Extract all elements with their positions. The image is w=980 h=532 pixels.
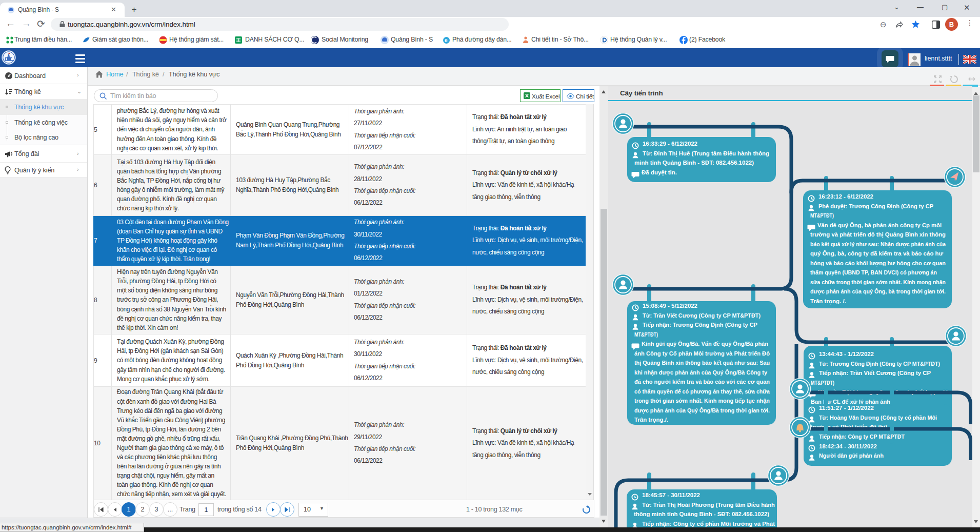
svg-text:Vấn đề quý Ông, bà phản ánh cô: Vấn đề quý Ông, bà phản ánh công ty Cp m…	[817, 222, 942, 228]
svg-text:16:33:29 - 6/12/2022: 16:33:29 - 6/12/2022	[643, 141, 697, 147]
svg-text:13:44:43 - 1/12/2022: 13:44:43 - 1/12/2022	[819, 351, 874, 357]
svg-text:Ban Dự CL để xử lý phản ánh: Ban Dự CL để xử lý phản ánh	[811, 399, 890, 405]
svg-text:Trân trọng. /.: Trân trọng. /.	[810, 298, 846, 305]
svg-text:Phê duyệt: Trương Công Định (C: Phê duyệt: Trương Công Định (Công ty CP	[818, 203, 933, 210]
svg-text:được phản ánh của quý Ông, bà: được phản ánh của quý Ông, bà trong thời…	[810, 288, 946, 295]
svg-text:được phản ánh của Quý Ông/Bà t: được phản ánh của Quý Ông/Bà trong thời …	[634, 407, 770, 414]
svg-text:thông minh tỉnh Quảng Bình - S: thông minh tỉnh Quảng Bình - SĐT: 082.45…	[634, 511, 769, 517]
svg-text:11:51:27 - 1/12/2022: 11:51:27 - 1/12/2022	[819, 405, 874, 411]
svg-text:18:45:57 - 30/11/2022: 18:45:57 - 30/11/2022	[642, 492, 700, 498]
svg-text:đã cho người kiểm tra và báo c: đã cho người kiểm tra và báo cáo với các…	[634, 379, 770, 385]
svg-text:trường và phát triển đô thị Qu: trường và phát triển đô thị Quảng Bình x…	[810, 231, 946, 238]
svg-text:Tiếp nhận: Công ty cổ phần Môi: Tiếp nhận: Công ty cổ phần Môi trường và…	[642, 521, 775, 527]
svg-text:Trân trọng./.: Trân trọng./.	[634, 417, 668, 423]
svg-text:hỏng và báo cáo khối lượng hư: hỏng và báo cáo khối lượng hư hỏng cho c…	[810, 260, 946, 267]
svg-text:MT&PTĐT): MT&PTĐT)	[634, 331, 658, 338]
svg-text:quý Ông, bà, công ty đã kiểm t: quý Ông, bà, công ty đã kiểm tra và báo …	[810, 250, 944, 257]
svg-text:MT&PTĐT): MT&PTĐT)	[810, 212, 834, 219]
svg-text:Từ: Hoàng Văn Dương (Công ty c: Từ: Hoàng Văn Dương (Công ty cổ phần Môi	[819, 415, 937, 421]
svg-text:Người dân gửi phản ánh: Người dân gửi phản ánh	[819, 452, 884, 459]
svg-text:18:42:34 - 30/11/2022: 18:42:34 - 30/11/2022	[819, 443, 877, 449]
svg-text:khi nhận được phản ánh của Quý: khi nhận được phản ánh của Quý Ông/Bà Cô…	[634, 369, 768, 376]
svg-text:Tiếp nhận: Công ty CP MT&PTĐT: Tiếp nhận: Công ty CP MT&PTĐT	[819, 434, 905, 440]
svg-text:Kính gửi quý Ông/Bà. Vấn đề qu: Kính gửi quý Ông/Bà. Vấn đề quý Ông/Bà p…	[642, 341, 768, 347]
svg-text:có thẩm quyền để có phương án: có thẩm quyền để có phương án thay thế, …	[634, 388, 770, 395]
svg-text:Từ: Trần Viết Cương (Công ty C: Từ: Trần Viết Cương (Công ty CP MT&PTĐT)	[643, 312, 761, 319]
svg-text:thị Quảng Bình xin thông báo k: thị Quảng Bình xin thông báo kết quả như…	[634, 360, 770, 366]
svg-text:thẩm quyền (UBND TP, BAN DVCI): thẩm quyền (UBND TP, BAN DVCI) có phương…	[810, 269, 937, 275]
svg-text:Tiếp nhận: Trần Viết Cương (Cô: Tiếp nhận: Trần Viết Cương (Công ty CP	[819, 370, 931, 377]
svg-text:16:23:12 - 6/12/2022: 16:23:12 - 6/12/2022	[818, 193, 873, 200]
svg-text:sửa chữa trong thời gian sớm n: sửa chữa trong thời gian sớm nhất. Kính …	[810, 279, 946, 286]
svg-text:Từ: Trương Công Định (Công ty: Từ: Trương Công Định (Công ty CP MT&PTĐT…	[819, 361, 940, 367]
svg-text:e: e	[445, 37, 448, 43]
svg-text:Từ: Trần Thị Hoài Phương (Trun: Từ: Trần Thị Hoài Phương (Trung tâm Điều…	[642, 502, 775, 508]
svg-text:ánh Công ty Cổ phần Môi trường: ánh Công ty Cổ phần Môi trường và Phát t…	[634, 350, 770, 357]
svg-text:trong thời gian sớm nhất. Kính: trong thời gian sớm nhất. Kính mong tiếp…	[634, 398, 770, 404]
svg-text:Đã duyệt tin.: Đã duyệt tin.	[642, 169, 677, 176]
svg-text:Từ: Đinh Thị Huế (Trung tâm Đi: Từ: Đinh Thị Huế (Trung tâm Điều hành th…	[643, 150, 769, 157]
svg-text:15:08:49 - 5/12/2022: 15:08:49 - 5/12/2022	[643, 303, 697, 309]
svg-text:minh tỉnh Quảng Bình - SĐT: 08: minh tỉnh Quảng Bình - SĐT: 082.456.1022…	[634, 160, 754, 166]
svg-text:MT&PTĐT): MT&PTĐT)	[811, 380, 834, 386]
svg-text:báo kết quả xử lý như sau: Nhậ: báo kết quả xử lý như sau: Nhận được phả…	[810, 241, 946, 248]
svg-text:Tiếp nhận: Trương Công Định (C: Tiếp nhận: Trương Công Định (Công ty CP	[643, 322, 757, 328]
